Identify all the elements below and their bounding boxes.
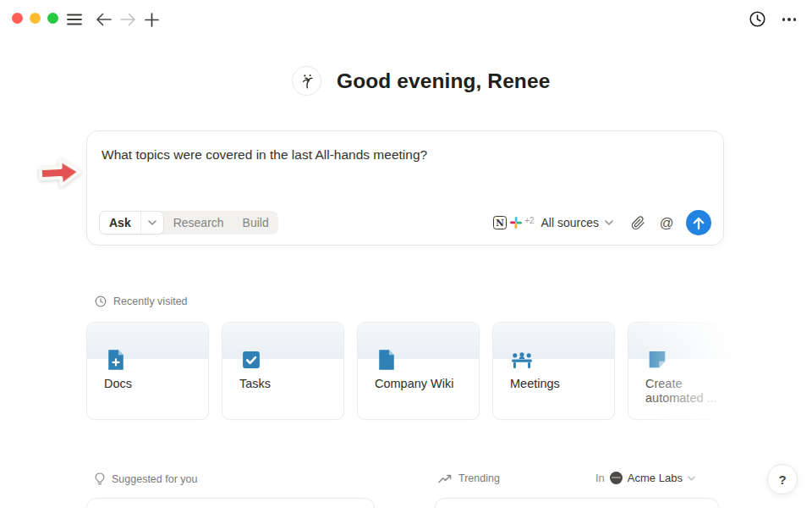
history-clock-icon bbox=[749, 10, 766, 28]
composer-input[interactable]: What topics were covered in the last All… bbox=[102, 147, 694, 163]
chevron-down-icon bbox=[148, 220, 156, 225]
help-button[interactable]: ? bbox=[767, 464, 798, 494]
card-label: Meetings bbox=[510, 377, 603, 391]
recently-visited-title: Recently visited bbox=[113, 295, 188, 307]
workspace-name: Acme Labs bbox=[628, 472, 683, 484]
note-icon bbox=[645, 348, 669, 372]
nav-forward-button[interactable] bbox=[118, 9, 138, 30]
help-label: ? bbox=[778, 472, 786, 487]
trending-up-icon bbox=[438, 473, 452, 483]
send-button[interactable] bbox=[686, 210, 711, 235]
back-arrow-icon bbox=[96, 13, 112, 26]
card-company-wiki[interactable]: Company Wiki bbox=[357, 322, 480, 420]
mode-research-button[interactable]: Research bbox=[164, 211, 233, 235]
card-label: Tasks bbox=[239, 377, 332, 391]
suggested-header: Suggested for you bbox=[95, 472, 197, 486]
forward-arrow-icon bbox=[120, 13, 136, 26]
close-window-button[interactable] bbox=[12, 13, 23, 24]
task-check-icon bbox=[239, 348, 263, 372]
notion-source-icon: N bbox=[493, 216, 507, 229]
sources-label: All sources bbox=[541, 216, 599, 229]
card-label: Company Wiki bbox=[375, 377, 468, 391]
plus-icon bbox=[145, 13, 159, 27]
extra-sources-count: +2 bbox=[524, 216, 534, 225]
suggested-card[interactable] bbox=[86, 498, 375, 508]
meeting-table-icon bbox=[510, 348, 534, 372]
mode-build-button[interactable]: Build bbox=[233, 211, 278, 235]
lightbulb-icon bbox=[95, 472, 105, 486]
mention-button[interactable]: @ bbox=[656, 212, 678, 234]
card-meetings[interactable]: Meetings bbox=[492, 322, 615, 420]
mode-dropdown-button[interactable] bbox=[140, 212, 163, 234]
minimize-window-button[interactable] bbox=[30, 13, 41, 24]
ai-composer: What topics were covered in the last All… bbox=[86, 130, 724, 246]
trending-card[interactable] bbox=[435, 498, 719, 508]
trending-header: Trending bbox=[438, 472, 500, 484]
composer-toolbar: Ask Research Build N +2 All sources bbox=[99, 210, 711, 235]
suggested-title: Suggested for you bbox=[112, 473, 197, 485]
slack-source-icon bbox=[509, 216, 523, 229]
sources-selector[interactable]: N +2 All sources bbox=[493, 216, 613, 229]
zoom-window-button[interactable] bbox=[47, 13, 58, 24]
mode-ask-selected: Ask bbox=[99, 211, 164, 235]
recently-visited-header: Recently visited bbox=[95, 295, 188, 307]
scope-prefix: In bbox=[595, 472, 605, 484]
greeting-avatar bbox=[292, 66, 321, 96]
chevron-down-icon bbox=[605, 220, 613, 225]
greeting-title: Good evening, Renee bbox=[337, 69, 550, 93]
nav-back-button[interactable] bbox=[93, 9, 113, 30]
card-label: Create automated ... bbox=[645, 377, 738, 406]
card-tasks[interactable]: Tasks bbox=[222, 322, 344, 420]
workspace-logo-icon bbox=[610, 472, 623, 484]
clock-icon bbox=[95, 295, 107, 307]
at-icon: @ bbox=[660, 215, 674, 231]
ellipsis-icon bbox=[782, 18, 797, 21]
arrow-up-icon bbox=[692, 216, 705, 230]
chevron-down-icon bbox=[688, 476, 695, 481]
page-icon bbox=[375, 348, 398, 372]
annotation-arrow-cursor bbox=[35, 152, 85, 195]
hamburger-icon bbox=[67, 14, 82, 25]
card-create-automated[interactable]: Create automated ... bbox=[628, 322, 750, 420]
card-label: Docs bbox=[104, 377, 197, 391]
mode-switcher: Ask Research Build bbox=[99, 211, 278, 235]
paperclip-icon bbox=[631, 216, 645, 230]
card-docs[interactable]: Docs bbox=[86, 322, 209, 420]
palm-doodle-icon bbox=[296, 70, 318, 92]
new-tab-button[interactable] bbox=[141, 9, 162, 30]
recently-visited-cards: Docs Tasks Company Wiki bbox=[86, 322, 750, 420]
trending-title: Trending bbox=[458, 472, 500, 484]
attach-file-button[interactable] bbox=[627, 212, 649, 234]
doc-plus-icon bbox=[104, 348, 128, 372]
history-button[interactable] bbox=[747, 8, 767, 29]
sidebar-toggle-button[interactable] bbox=[64, 9, 85, 30]
workspace-scope-selector[interactable]: In Acme Labs bbox=[595, 472, 695, 484]
more-options-button[interactable] bbox=[779, 9, 799, 30]
mode-ask-button[interactable]: Ask bbox=[100, 212, 140, 234]
window-controls bbox=[12, 13, 58, 24]
